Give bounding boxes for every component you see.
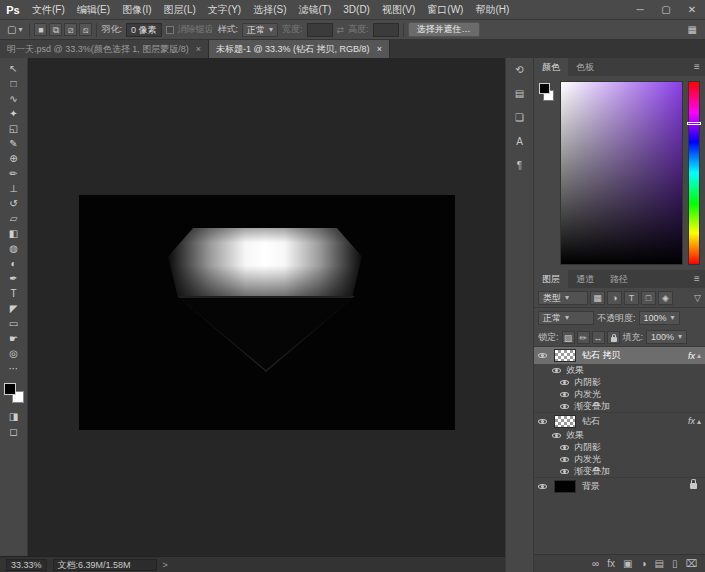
layer-filter-icon[interactable]: ◑ — [607, 291, 622, 305]
layers-panel-tab[interactable]: 通道 — [568, 270, 602, 288]
visibility-toggle[interactable] — [556, 380, 572, 385]
layer-effect-row[interactable]: 内阴影 — [534, 441, 705, 453]
color-panel-menu-icon[interactable]: ≡ — [689, 58, 705, 76]
visibility-toggle[interactable] — [556, 457, 572, 462]
layers-panel-tab[interactable]: 图层 — [534, 270, 568, 288]
hand-tool[interactable]: ☛ — [2, 331, 26, 346]
path-selection-tool[interactable]: ◤ — [2, 301, 26, 316]
visibility-toggle[interactable] — [556, 404, 572, 409]
visibility-toggle[interactable] — [556, 469, 572, 474]
selection-mode-icon[interactable]: ⧅ — [79, 23, 92, 36]
zoom-level-input[interactable]: 33.33% — [6, 559, 47, 571]
document-tab[interactable]: 明一天.psd @ 33.3%(颜色选择 1, 图层蒙版/8)× — [0, 40, 209, 58]
menu-item[interactable]: 帮助(H) — [469, 0, 515, 20]
layer-effect-row[interactable]: 内阴影 — [534, 376, 705, 388]
selection-mode-icon[interactable]: ⧄ — [64, 23, 77, 36]
visibility-toggle[interactable] — [534, 419, 550, 424]
tool-preset-picker[interactable]: ▢ ▾ — [4, 24, 25, 35]
blend-mode-dropdown[interactable]: 正常 — [538, 311, 594, 325]
visibility-toggle[interactable] — [548, 368, 564, 373]
filter-funnel-icon[interactable]: ▽ — [694, 293, 701, 303]
layer-filter-icon[interactable]: ◈ — [658, 291, 673, 305]
antialias-checkbox[interactable] — [166, 26, 174, 34]
libraries-panel-icon[interactable]: ❏ — [509, 110, 531, 126]
workspace-icon[interactable]: ▦ — [688, 24, 701, 35]
filter-kind-dropdown[interactable]: 类型 — [538, 291, 588, 305]
visibility-toggle[interactable] — [556, 445, 572, 450]
visibility-toggle[interactable] — [534, 484, 550, 489]
visibility-toggle[interactable] — [556, 392, 572, 397]
fill-dropdown[interactable]: 100% — [646, 330, 687, 344]
eyedropper-tool[interactable]: ✎ — [2, 136, 26, 151]
layer-effect-row[interactable]: 效果 — [534, 364, 705, 376]
quick-selection-tool[interactable]: ✦ — [2, 106, 26, 121]
menu-item[interactable]: 图像(I) — [116, 0, 157, 20]
lock-position-icon[interactable]: ↔ — [592, 331, 605, 344]
layer-mask-icon[interactable]: ▣ — [623, 555, 632, 572]
history-brush-tool[interactable]: ↺ — [2, 196, 26, 211]
menu-item[interactable]: 文件(F) — [26, 0, 71, 20]
delete-layer-icon[interactable]: ⌧ — [685, 555, 697, 572]
foreground-swatch[interactable] — [4, 383, 16, 395]
edit-toolbar-tool[interactable]: ⋯ — [2, 361, 26, 376]
layer-filter-icon[interactable]: □ — [641, 291, 656, 305]
layer-effect-row[interactable]: 渐变叠加 — [534, 465, 705, 477]
layer-thumbnail[interactable] — [554, 415, 576, 428]
layer-row[interactable]: 钻石fx▴ — [534, 412, 705, 429]
lock-pixels-icon[interactable]: ✏ — [577, 331, 590, 344]
layer-filter-icon[interactable]: ▦ — [590, 291, 605, 305]
rectangle-tool[interactable]: ▭ — [2, 316, 26, 331]
color-panel-tab[interactable]: 色板 — [568, 58, 602, 76]
adjustment-layer-icon[interactable]: ◑ — [640, 555, 646, 572]
layers-panel-tab[interactable]: 路径 — [602, 270, 636, 288]
fx-expander-icon[interactable]: ▴ — [697, 417, 701, 426]
status-chevron-icon[interactable]: > — [163, 560, 168, 570]
menu-item[interactable]: 编辑(E) — [71, 0, 116, 20]
tab-close-icon[interactable]: × — [196, 44, 201, 54]
canvas-document[interactable] — [79, 195, 455, 430]
menu-item[interactable]: 窗口(W) — [421, 0, 469, 20]
lock-all-icon[interactable] — [607, 331, 620, 344]
rectangular-marquee-tool[interactable]: □ — [2, 76, 26, 91]
menu-item[interactable]: 3D(D) — [337, 0, 376, 20]
document-tab[interactable]: 未标题-1 @ 33.3% (钻石 拷贝, RGB/8)× — [209, 40, 390, 58]
paragraph-panel-icon[interactable]: ¶ — [509, 158, 531, 174]
link-layers-icon[interactable]: ∞ — [592, 555, 599, 572]
select-and-mask-button[interactable]: 选择并遮住… — [408, 22, 480, 37]
type-tool[interactable]: T — [2, 286, 26, 301]
layer-filter-icon[interactable]: T — [624, 291, 639, 305]
crop-tool[interactable]: ◱ — [2, 121, 26, 136]
screen-mode-button[interactable]: ◻ — [2, 424, 26, 439]
style-dropdown[interactable]: 正常 — [242, 23, 278, 37]
dodge-tool[interactable]: ◐ — [2, 256, 26, 271]
maximize-button[interactable]: ▢ — [653, 0, 679, 20]
layer-effect-row[interactable]: 渐变叠加 — [534, 400, 705, 412]
quickmask-button[interactable]: ◨ — [2, 409, 26, 424]
lock-transparent-icon[interactable]: ▨ — [562, 331, 575, 344]
layer-thumbnail[interactable] — [554, 480, 576, 493]
blur-tool[interactable]: ◍ — [2, 241, 26, 256]
tab-close-icon[interactable]: × — [377, 44, 382, 54]
zoom-tool[interactable]: ◎ — [2, 346, 26, 361]
menu-item[interactable]: 视图(V) — [376, 0, 421, 20]
history-panel-icon[interactable]: ⟲ — [509, 62, 531, 78]
gradient-tool[interactable]: ◧ — [2, 226, 26, 241]
color-fg-swatch[interactable] — [539, 83, 550, 94]
visibility-toggle[interactable] — [548, 433, 564, 438]
hue-slider[interactable] — [688, 81, 700, 265]
brush-tool[interactable]: ✏ — [2, 166, 26, 181]
new-layer-icon[interactable]: ▯ — [672, 555, 678, 572]
opacity-dropdown[interactable]: 100% — [639, 311, 680, 325]
height-input[interactable] — [373, 23, 399, 37]
properties-panel-icon[interactable]: ▤ — [509, 86, 531, 102]
layer-effect-row[interactable]: 内发光 — [534, 453, 705, 465]
pen-tool[interactable]: ✒ — [2, 271, 26, 286]
menu-item[interactable]: 选择(S) — [247, 0, 292, 20]
minimize-button[interactable]: ─ — [627, 0, 653, 20]
layer-row[interactable]: 背景 — [534, 477, 705, 494]
layer-effect-row[interactable]: 内发光 — [534, 388, 705, 400]
width-input[interactable] — [307, 23, 333, 37]
close-button[interactable]: ✕ — [679, 0, 705, 20]
sv-square[interactable] — [560, 81, 683, 265]
layer-group-icon[interactable]: ▤ — [655, 555, 664, 572]
